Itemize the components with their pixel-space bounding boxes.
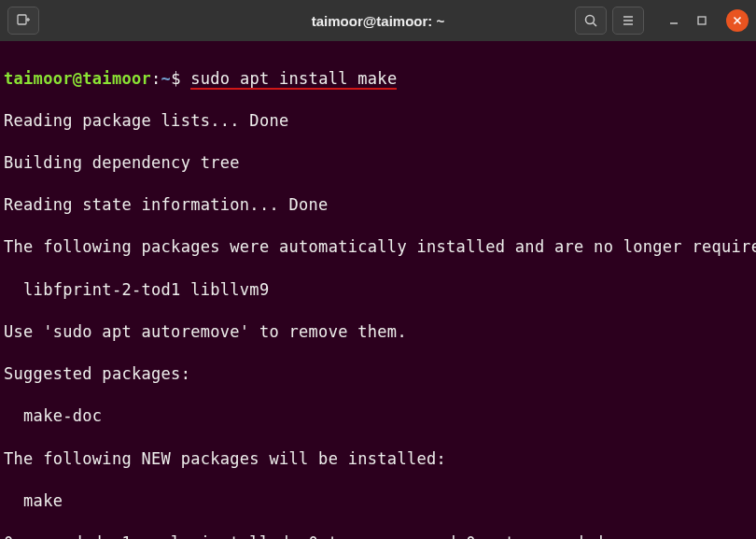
close-button[interactable]	[726, 9, 749, 32]
minimize-button[interactable]	[663, 9, 685, 32]
svg-line-4	[594, 23, 597, 27]
output-line: make-doc	[4, 405, 752, 427]
prompt-colon: :	[151, 69, 161, 88]
output-line: Use 'sudo apt autoremove' to remove them…	[4, 321, 752, 343]
search-button[interactable]	[575, 7, 607, 35]
titlebar-right	[575, 7, 749, 35]
svg-point-3	[586, 16, 595, 24]
menu-button[interactable]	[612, 7, 644, 35]
output-line: Suggested packages:	[4, 363, 752, 385]
svg-rect-0	[18, 15, 26, 24]
titlebar: taimoor@taimoor: ~	[0, 0, 756, 41]
titlebar-left	[7, 7, 39, 35]
output-line: libfprint-2-tod1 libllvm9	[4, 279, 752, 301]
maximize-button[interactable]	[691, 9, 713, 32]
search-icon	[583, 13, 598, 28]
output-line: make	[4, 490, 752, 512]
maximize-icon	[696, 15, 707, 26]
output-line: The following packages were automaticall…	[4, 236, 752, 258]
prompt-path: ~	[161, 69, 172, 88]
new-tab-icon	[16, 13, 31, 28]
new-tab-button[interactable]	[7, 7, 39, 35]
svg-rect-9	[698, 17, 706, 24]
command-text: sudo apt install make	[190, 69, 397, 90]
output-line: 0 upgraded, 1 newly installed, 0 to remo…	[4, 532, 752, 539]
output-line: Reading package lists... Done	[4, 110, 752, 132]
output-line: The following NEW packages will be insta…	[4, 448, 752, 470]
prompt-dollar: $	[171, 69, 190, 88]
close-icon	[733, 16, 742, 25]
output-line: Reading state information... Done	[4, 194, 752, 216]
minimize-icon	[668, 15, 679, 26]
window-title: taimoor@taimoor: ~	[312, 13, 445, 29]
menu-icon	[621, 13, 636, 28]
output-line: Building dependency tree	[4, 152, 752, 174]
prompt-user-host: taimoor@taimoor	[4, 69, 151, 88]
terminal-body[interactable]: taimoor@taimoor:~$ sudo apt install make…	[0, 41, 756, 539]
prompt-line-1: taimoor@taimoor:~$ sudo apt install make	[4, 68, 752, 90]
